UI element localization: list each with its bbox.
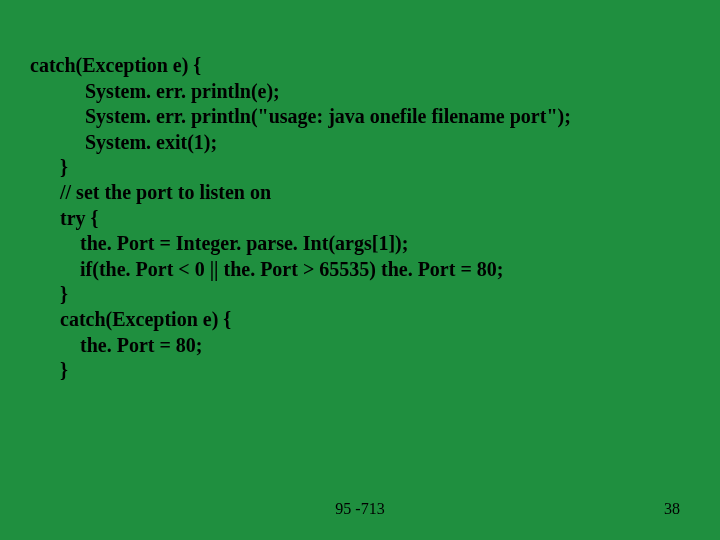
code-line: try {	[30, 207, 98, 229]
code-line: the. Port = 80;	[30, 334, 202, 356]
code-line: System. exit(1);	[30, 131, 217, 153]
code-block: catch(Exception e) { System. err. printl…	[30, 28, 690, 409]
code-line: // set the port to listen on	[30, 181, 271, 203]
code-line: System. err. println("usage: java onefil…	[30, 105, 571, 127]
slide: catch(Exception e) { System. err. printl…	[0, 0, 720, 540]
code-line: catch(Exception e) {	[30, 308, 231, 330]
code-line: }	[30, 156, 68, 178]
code-line: catch(Exception e) {	[30, 54, 201, 76]
code-line: the. Port = Integer. parse. Int(args[1])…	[30, 232, 408, 254]
code-line: }	[30, 359, 68, 381]
footer-page-number: 38	[664, 500, 680, 518]
code-line: }	[30, 283, 68, 305]
code-line: if(the. Port < 0 || the. Port > 65535) t…	[30, 258, 503, 280]
footer-course-number: 95 -713	[0, 500, 720, 518]
code-line: System. err. println(e);	[30, 80, 280, 102]
